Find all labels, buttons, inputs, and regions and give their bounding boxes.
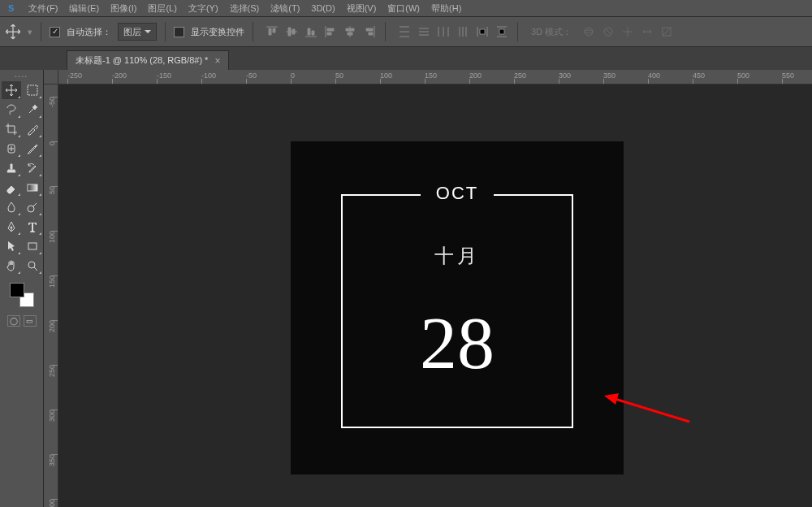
auto-select-checkbox[interactable]: ✓: [50, 27, 60, 37]
clone-stamp-tool[interactable]: [2, 159, 21, 177]
frame-line: [494, 194, 573, 196]
slide-3d-icon[interactable]: [640, 24, 654, 39]
toolbox: ▪▪▪▪ ◯ ▭: [0, 70, 44, 507]
align-bottom-icon[interactable]: [304, 24, 318, 39]
menu-item[interactable]: 视图(V): [347, 2, 377, 15]
artwork-month-zh: 十月: [434, 243, 480, 269]
auto-select-label: 自动选择：: [67, 26, 111, 38]
svg-point-0: [585, 28, 593, 36]
move-tool-icon[interactable]: [5, 24, 21, 40]
menu-item[interactable]: 文件(F): [28, 2, 58, 15]
canvas-viewport[interactable]: OCT 十月 28: [58, 84, 812, 507]
menu-item[interactable]: 滤镜(T): [270, 2, 300, 15]
artwork-month-en: OCT: [436, 183, 478, 204]
options-bar: ▾ ✓ 自动选择： 图层 显示变换控件 3D 模式：: [0, 16, 812, 47]
menu-item[interactable]: 图层(L): [148, 2, 176, 15]
align-left-icon[interactable]: [323, 24, 338, 39]
distribute-icon[interactable]: [417, 24, 431, 39]
zoom-tool[interactable]: [23, 257, 42, 275]
magic-wand-tool[interactable]: [23, 101, 42, 119]
type-tool[interactable]: [23, 218, 42, 236]
horizontal-ruler[interactable]: -250-200-150-100-50050100150200250300350…: [58, 70, 812, 84]
mode-3d-icons: [581, 24, 674, 39]
distribute-icon[interactable]: [436, 24, 451, 39]
menu-item[interactable]: 选择(S): [230, 2, 260, 15]
vertical-ruler[interactable]: -50050100150200250300350400: [44, 84, 58, 507]
pen-tool[interactable]: [2, 218, 21, 236]
brush-tool[interactable]: [23, 140, 42, 158]
svg-point-7: [28, 206, 34, 212]
eyedropper-tool[interactable]: [23, 120, 42, 138]
hand-tool[interactable]: [2, 257, 21, 275]
menu-bar: S 文件(F) 编辑(E) 图像(I) 图层(L) 文字(Y) 选择(S) 滤镜…: [0, 0, 812, 16]
screen-mode-icon[interactable]: ▭: [24, 315, 37, 327]
artwork-day: 28: [420, 300, 495, 386]
menu-item[interactable]: 文字(Y): [188, 2, 218, 15]
align-right-icon[interactable]: [362, 24, 377, 39]
svg-point-1: [585, 30, 593, 33]
show-transform-label: 显示变换控件: [191, 26, 244, 38]
blur-tool[interactable]: [2, 198, 21, 216]
svg-rect-6: [28, 184, 37, 191]
gradient-tool[interactable]: [23, 179, 42, 197]
foreground-color[interactable]: [10, 283, 24, 297]
align-vcenter-icon[interactable]: [284, 24, 299, 39]
svg-point-10: [28, 262, 35, 268]
document-tab[interactable]: 未标题-1 @ 110% (28, RGB/8#) * ×: [67, 50, 229, 70]
lasso-tool[interactable]: [2, 101, 21, 119]
document-tab-bar: 未标题-1 @ 110% (28, RGB/8#) * ×: [0, 47, 812, 70]
toolbox-grip[interactable]: ▪▪▪▪: [3, 73, 41, 80]
canvas-area: -250-200-150-100-50050100150200250300350…: [44, 70, 812, 507]
history-brush-tool[interactable]: [23, 159, 42, 177]
menu-item[interactable]: 帮助(H): [431, 2, 461, 15]
close-icon[interactable]: ×: [214, 55, 220, 67]
rectangle-tool[interactable]: [23, 237, 42, 255]
frame-line: [341, 194, 421, 196]
svg-rect-9: [28, 243, 37, 249]
align-top-icon[interactable]: [265, 24, 279, 39]
frame-line: [341, 194, 343, 428]
color-swatches[interactable]: [10, 283, 34, 307]
scale-3d-icon[interactable]: [659, 24, 674, 39]
align-group: [265, 24, 377, 39]
svg-point-8: [11, 227, 12, 228]
show-transform-checkbox[interactable]: [174, 27, 184, 37]
distribute-icon[interactable]: [397, 24, 412, 39]
distribute-group: [397, 24, 509, 39]
tab-title: 未标题-1 @ 110% (28, RGB/8#) *: [76, 54, 208, 67]
app-logo: S: [8, 3, 14, 13]
layer-select[interactable]: 图层: [118, 23, 157, 41]
menu-item[interactable]: 图像(I): [110, 2, 136, 15]
marquee-tool[interactable]: [23, 81, 42, 99]
menu-item[interactable]: 3D(D): [311, 3, 335, 13]
canvas[interactable]: OCT 十月 28: [291, 141, 624, 474]
align-hcenter-icon[interactable]: [343, 24, 357, 39]
distribute-icon[interactable]: [495, 24, 509, 39]
svg-line-11: [612, 398, 689, 422]
svg-rect-4: [28, 85, 37, 95]
eraser-tool[interactable]: [2, 179, 21, 197]
frame-line: [572, 194, 573, 428]
crop-tool[interactable]: [2, 120, 21, 138]
orbit-3d-icon[interactable]: [581, 24, 596, 39]
roll-3d-icon[interactable]: [601, 24, 615, 39]
mode-3d-label: 3D 模式：: [531, 26, 572, 38]
pan-3d-icon[interactable]: [620, 24, 635, 39]
dodge-tool[interactable]: [23, 198, 42, 216]
artwork-frame: OCT 十月 28: [341, 194, 573, 428]
move-tool[interactable]: [2, 81, 21, 99]
distribute-icon[interactable]: [475, 24, 490, 39]
healing-brush-tool[interactable]: [2, 140, 21, 158]
path-selection-tool[interactable]: [2, 237, 21, 255]
menu-item[interactable]: 编辑(E): [69, 2, 99, 15]
frame-line: [341, 427, 573, 428]
quick-mask-icon[interactable]: ◯: [7, 315, 20, 327]
ruler-origin[interactable]: [44, 70, 58, 84]
menu-item[interactable]: 窗口(W): [387, 2, 420, 15]
distribute-icon[interactable]: [456, 24, 470, 39]
